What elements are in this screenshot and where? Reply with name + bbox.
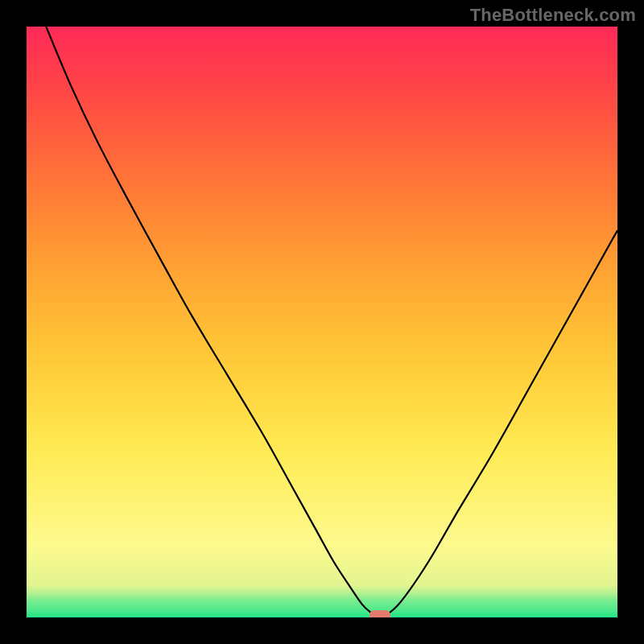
bottleneck-curve [27, 27, 617, 617]
chart-frame: TheBottleneck.com [0, 0, 644, 644]
optimal-point-marker [369, 610, 390, 617]
watermark-text: TheBottleneck.com [470, 5, 636, 26]
plot-area [27, 27, 617, 617]
